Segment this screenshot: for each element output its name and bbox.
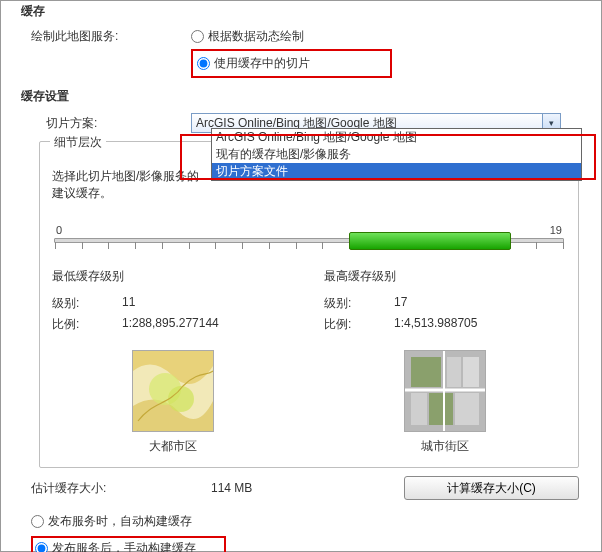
max-level-value: 17 [394,295,407,312]
detail-levels-panel: 细节层次 选择此切片地图/影像服务的建议缓存。 0 19 最低缓存级别 级别:1… [39,141,579,468]
dropdown-option[interactable]: 现有的缓存地图/影像服务 [212,146,581,163]
svg-rect-4 [411,357,441,387]
est-size-label: 估计缓存大小: [31,480,211,497]
slider-max-label: 19 [550,224,562,236]
svg-rect-9 [455,393,479,425]
dropdown-option[interactable]: ArcGIS Online/Bing 地图/Google 地图 [212,129,581,146]
svg-rect-5 [447,357,461,387]
detail-legend: 细节层次 [50,134,106,151]
min-cache-column: 最低缓存级别 级别:11 比例:1:288,895.277144 [52,268,294,335]
min-thumbnail [132,350,214,432]
max-scale-value: 1:4,513.988705 [394,316,477,333]
radio-cached[interactable]: 使用缓存中的切片 [197,55,310,72]
svg-rect-6 [463,357,479,387]
calc-cache-button[interactable]: 计算缓存大小(C) [404,476,579,500]
tiling-scheme-dropdown[interactable]: ArcGIS Online/Bing 地图/Google 地图 现有的缓存地图/… [211,128,582,181]
max-thumbnail [404,350,486,432]
cache-settings-panel: 缓存 绘制此地图服务: 根据数据动态绘制 使用缓存中的切片 缓存设置 切片方案:… [0,0,602,552]
max-thumbnail-label: 城市街区 [421,438,469,455]
radio-cached-highlight: 使用缓存中的切片 [191,49,392,78]
min-thumbnail-label: 大都市区 [149,438,197,455]
svg-rect-8 [429,393,453,425]
max-cache-column: 最高缓存级别 级别:17 比例:1:4,513.988705 [324,268,566,335]
svg-rect-7 [411,393,427,425]
draw-service-label: 绘制此地图服务: [1,28,191,45]
tiling-scheme-label: 切片方案: [1,115,191,132]
slider-min-label: 0 [56,224,62,236]
radio-dynamic[interactable]: 根据数据动态绘制 [191,28,304,45]
svg-point-2 [168,386,194,412]
dropdown-option-selected[interactable]: 切片方案文件 [212,163,581,180]
cache-settings-header: 缓存设置 [1,86,601,111]
radio-manual-build[interactable]: 发布服务后，手动构建缓存 [35,540,196,552]
cache-header: 缓存 [1,1,601,26]
manual-build-highlight: 发布服务后，手动构建缓存 [31,536,226,552]
detail-help: 选择此切片地图/影像服务的建议缓存。 [52,168,207,202]
min-scale-value: 1:288,895.277144 [122,316,219,333]
level-slider[interactable]: 0 19 [54,224,564,243]
est-size-value: 114 MB [211,481,331,495]
radio-auto-build[interactable]: 发布服务时，自动构建缓存 [31,513,192,530]
min-level-value: 11 [122,295,135,312]
